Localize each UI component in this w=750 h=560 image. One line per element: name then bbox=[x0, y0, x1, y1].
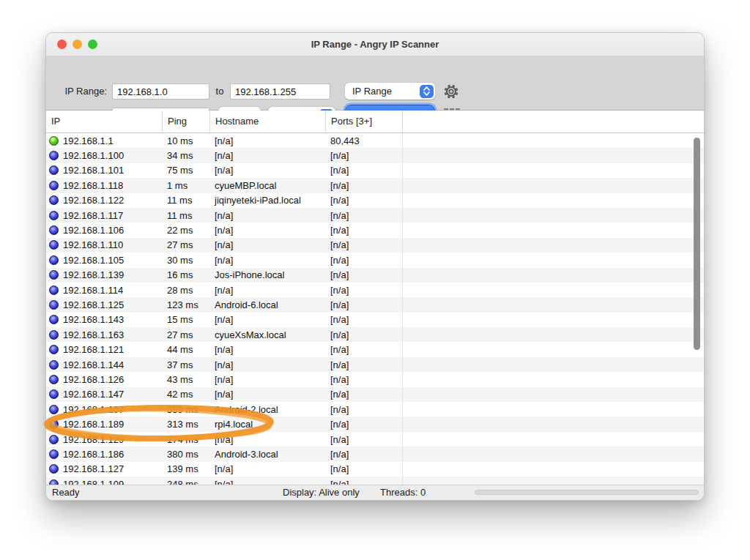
table-row[interactable]: 192.168.1.1181 mscyueMBP.local[n/a] bbox=[46, 178, 704, 193]
cell-ping: 28 ms bbox=[162, 285, 209, 296]
ip-address: 192.168.1.110 bbox=[63, 239, 123, 250]
cell-ports: [n/a] bbox=[325, 255, 402, 266]
cell-hostname: [n/a] bbox=[209, 239, 325, 250]
window-title: IP Range - Angry IP Scanner bbox=[46, 33, 704, 56]
table-row[interactable]: 192.168.1.186380 msAndroid-3.local[n/a] bbox=[46, 447, 704, 461]
preferences-gear-icon[interactable] bbox=[442, 83, 460, 100]
cell-hostname: [n/a] bbox=[209, 314, 325, 325]
cell-ports: [n/a] bbox=[325, 329, 402, 340]
cell-hostname: Android-6.local bbox=[209, 299, 325, 310]
ip-end-input[interactable] bbox=[230, 83, 330, 100]
cell-ip: 192.168.1.186 bbox=[46, 449, 162, 460]
cell-ports: [n/a] bbox=[325, 419, 402, 430]
alive-host-icon bbox=[49, 315, 59, 324]
ip-address: 192.168.1.122 bbox=[63, 195, 124, 206]
table-row[interactable]: 192.168.1.125123 msAndroid-6.local[n/a] bbox=[46, 297, 704, 312]
table-row[interactable]: 192.168.1.127139 ms[n/a][n/a] bbox=[46, 462, 704, 477]
cell-ip: 192.168.1.125 bbox=[46, 299, 162, 310]
table-row[interactable]: 192.168.1.10530 ms[n/a][n/a] bbox=[46, 253, 704, 267]
cell-ports: [n/a] bbox=[325, 463, 402, 474]
ip-address: 192.168.1.147 bbox=[63, 389, 124, 400]
table-row[interactable]: 192.168.1.14315 ms[n/a][n/a] bbox=[46, 313, 704, 327]
cell-hostname: [n/a] bbox=[209, 165, 325, 176]
ip-range-label: IP Range: bbox=[46, 83, 107, 100]
column-header-ip[interactable]: IP bbox=[46, 111, 162, 132]
title-bar[interactable]: IP Range - Angry IP Scanner bbox=[46, 33, 704, 56]
cell-hostname: [n/a] bbox=[209, 389, 325, 400]
cell-ip: 192.168.1.106 bbox=[46, 225, 162, 236]
ip-address: 192.168.1.121 bbox=[63, 344, 124, 355]
cell-ports: [n/a] bbox=[325, 225, 402, 236]
alive-host-icon bbox=[49, 449, 59, 459]
cell-ports: [n/a] bbox=[325, 195, 402, 206]
status-ready: Ready bbox=[52, 485, 80, 500]
cell-ip: 192.168.1.129 bbox=[46, 434, 162, 445]
results-table: 192.168.1.110 ms[n/a]80,443192.168.1.100… bbox=[46, 133, 704, 486]
table-row[interactable]: 192.168.1.10175 ms[n/a][n/a] bbox=[46, 163, 704, 178]
to-label: to bbox=[212, 83, 228, 100]
table-row[interactable]: 192.168.1.11428 ms[n/a][n/a] bbox=[46, 283, 704, 297]
vertical-scrollbar[interactable] bbox=[694, 138, 700, 350]
cell-ip: 192.168.1.127 bbox=[46, 463, 162, 474]
alive-host-icon bbox=[49, 181, 59, 190]
table-row[interactable]: 192.168.1.11027 ms[n/a][n/a] bbox=[46, 238, 704, 253]
cell-hostname: jiqinyeteki-iPad.local bbox=[209, 195, 325, 206]
cell-ping: 1 ms bbox=[162, 180, 209, 191]
ip-address: 192.168.1.1 bbox=[63, 135, 114, 146]
alive-host-icon bbox=[49, 389, 59, 399]
table-row[interactable]: 192.168.1.189313 msrpi4.local[n/a] bbox=[46, 417, 704, 431]
table-row[interactable]: 192.168.1.107359 msAndroid-2.local[n/a] bbox=[46, 402, 704, 417]
alive-host-icon bbox=[49, 225, 59, 235]
column-header-ping[interactable]: Ping bbox=[162, 111, 209, 132]
cell-hostname: [n/a] bbox=[209, 210, 325, 221]
table-row[interactable]: 192.168.1.12144 ms[n/a][n/a] bbox=[46, 342, 704, 356]
cell-hostname: [n/a] bbox=[209, 285, 325, 296]
table-row[interactable]: 192.168.1.110 ms[n/a]80,443 bbox=[46, 133, 704, 148]
table-row[interactable]: 192.168.1.16327 mscyueXsMax.local[n/a] bbox=[46, 327, 704, 342]
ip-address: 192.168.1.107 bbox=[63, 404, 124, 415]
cell-hostname: [n/a] bbox=[209, 463, 325, 474]
ip-address: 192.168.1.126 bbox=[63, 374, 124, 385]
alive-host-icon bbox=[49, 165, 59, 175]
ip-address: 192.168.1.186 bbox=[63, 449, 124, 460]
cell-ip: 192.168.1.110 bbox=[46, 239, 162, 250]
cell-ports: [n/a] bbox=[325, 269, 402, 280]
cell-ping: 16 ms bbox=[162, 269, 209, 280]
cell-ports: [n/a] bbox=[325, 434, 402, 445]
cell-ip: 192.168.1.147 bbox=[46, 389, 162, 400]
table-row[interactable]: 192.168.1.12643 ms[n/a][n/a] bbox=[46, 372, 704, 387]
cell-ports: [n/a] bbox=[325, 299, 402, 310]
feeder-select[interactable]: IP Range bbox=[345, 83, 435, 100]
table-row[interactable]: 192.168.1.14437 ms[n/a][n/a] bbox=[46, 357, 704, 372]
table-row[interactable]: 192.168.1.129174 ms[n/a][n/a] bbox=[46, 432, 704, 447]
horizontal-scrollbar[interactable] bbox=[475, 490, 699, 495]
table-row[interactable]: 192.168.1.13916 msJos-iPhone.local[n/a] bbox=[46, 268, 704, 283]
table-row[interactable]: 192.168.1.10622 ms[n/a][n/a] bbox=[46, 223, 704, 237]
cell-ping: 30 ms bbox=[162, 255, 209, 266]
cell-ping: 123 ms bbox=[162, 299, 209, 310]
status-threads: Threads: 0 bbox=[380, 485, 426, 500]
column-header-ports[interactable]: Ports [3+] bbox=[325, 111, 402, 132]
ip-address: 192.168.1.127 bbox=[63, 463, 124, 474]
cell-ip: 192.168.1.144 bbox=[46, 359, 162, 370]
cell-ports: [n/a] bbox=[325, 239, 402, 250]
status-display-filter: Display: Alive only bbox=[283, 485, 360, 500]
cell-ports: [n/a] bbox=[325, 150, 402, 161]
feeder-select-value: IP Range bbox=[352, 86, 392, 97]
cell-hostname: [n/a] bbox=[209, 135, 325, 146]
cell-hostname: [n/a] bbox=[209, 374, 325, 385]
cell-ip: 192.168.1.122 bbox=[46, 195, 162, 206]
cell-ports: [n/a] bbox=[325, 180, 402, 191]
cell-ip: 192.168.1.114 bbox=[46, 285, 162, 296]
table-row[interactable]: 192.168.1.14742 ms[n/a][n/a] bbox=[46, 387, 704, 402]
cell-ping: 22 ms bbox=[162, 225, 209, 236]
cell-ports: [n/a] bbox=[325, 344, 402, 355]
ip-start-input[interactable] bbox=[112, 83, 209, 100]
cell-ip: 192.168.1.189 bbox=[46, 419, 162, 430]
cell-ip: 192.168.1.143 bbox=[46, 314, 162, 325]
table-row[interactable]: 192.168.1.10034 ms[n/a][n/a] bbox=[46, 148, 704, 163]
cell-ping: 27 ms bbox=[162, 239, 209, 250]
column-header-hostname[interactable]: Hostname bbox=[209, 111, 325, 132]
table-row[interactable]: 192.168.1.12211 msjiqinyeteki-iPad.local… bbox=[46, 193, 704, 208]
table-row[interactable]: 192.168.1.11711 ms[n/a][n/a] bbox=[46, 208, 704, 223]
